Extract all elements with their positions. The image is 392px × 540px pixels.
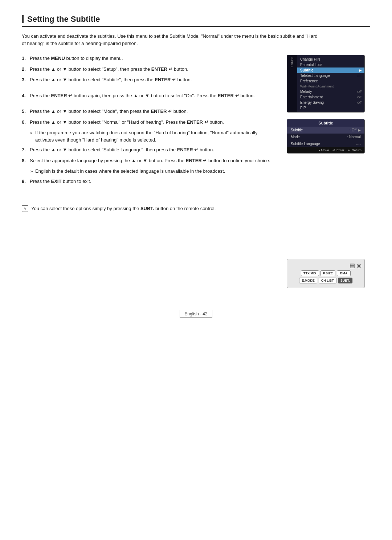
tv-mode-label: Mode: [291, 135, 300, 139]
remote-btn-subt: SUBT.: [338, 278, 352, 283]
step-5: 5. Press the ▲ or ▼ button to select "Mo…: [22, 108, 276, 115]
remote-buttons-row-1: TTX/MIX P.SIZE DMA: [290, 270, 362, 276]
tv-subtitle-language-value: ----: [356, 142, 361, 146]
step-6: 6. Press the ▲ or ▼ button to select "No…: [22, 119, 276, 126]
sub-note-2: English is the default in cases where th…: [30, 168, 276, 175]
remote-btn-psize: P.SIZE: [320, 270, 335, 276]
tv-menu-arrow: ▶: [359, 69, 362, 72]
page-title: Setting the Subtitle: [22, 15, 370, 27]
footer-enter: ↵ Enter: [332, 148, 344, 152]
tv-subtitle-row: Subtitle : Off ▶: [287, 127, 364, 134]
tv-menu-items: Change PIN Parental Lock Subtitle ▶ Tele…: [297, 55, 364, 112]
note-text: You can select these options simply by p…: [31, 205, 216, 212]
tv-subtitle-language-row: Subtitle Language ----: [287, 140, 364, 147]
tv-menu-teletext: Teletext Language ----: [297, 73, 364, 78]
remote-top: ▤ ◉: [290, 262, 362, 269]
tv-mode-row: Mode : Normal: [287, 134, 364, 140]
tv-menu-wall-mount: Wall-Mount Adjustment: [297, 84, 364, 89]
tv-menu-entertainment: Entertainment : Off: [297, 94, 364, 100]
tv-subtitle-language-label: Subtitle Language: [291, 142, 320, 146]
tv-menu-change-pin: Change PIN: [297, 57, 364, 62]
step-1: 1. Press the MENU button to display the …: [22, 55, 276, 62]
page-footer: English - 42: [22, 310, 370, 318]
remote-panel: ▤ ◉ TTX/MIX P.SIZE DMA E.MODE CH LIST SU…: [287, 259, 365, 288]
tv-menu-preference: Preference: [297, 78, 364, 84]
step-8: 8. Select the appropriate language by pr…: [22, 157, 276, 164]
step-9: 9. Press the EXIT button to exit.: [22, 178, 276, 185]
step-2: 2. Press the ▲ or ▼ button to select "Se…: [22, 66, 276, 73]
remote-icons: ▤ ◉: [350, 262, 362, 269]
remote-btn-chlist: CH LIST: [319, 278, 336, 283]
tv-subtitle-panel: Subtitle Subtitle : Off ▶ Mode : Normal …: [287, 119, 365, 154]
note-box: ✎ You can select these options simply by…: [22, 205, 276, 212]
footer-return: ↩ Return: [348, 148, 362, 152]
tv-subtitle-value: : Off ▶: [350, 128, 361, 132]
setup-icon: Setup: [290, 57, 294, 68]
remote-buttons-row-2: E.MODE CH LIST SUBT.: [290, 278, 362, 283]
tv-menu-screenshot: Setup Change PIN Parental Lock Subtitle …: [287, 55, 365, 112]
remote-icon-1: ▤: [350, 262, 355, 269]
tv-menu-melody: Melody : Off: [297, 89, 364, 94]
step-7: 7. Press the ▲ or ▼ button to select "Su…: [22, 146, 276, 154]
tv-mode-value: : Normal: [347, 135, 361, 139]
remote-icon-2: ◉: [356, 262, 362, 269]
tv-menu-sidebar: Setup Change PIN Parental Lock Subtitle …: [287, 55, 364, 112]
step-4: 4. Press the ENTER ↵ button again, then …: [22, 92, 276, 99]
footer-move: ⬥ Move: [318, 148, 329, 152]
remote-btn-ttxmix: TTX/MIX: [301, 270, 319, 276]
tv-menu-subtitle: Subtitle ▶: [297, 68, 364, 73]
footer-label: English - 42: [180, 310, 212, 318]
sub-note-1: If the programme you are watching does n…: [30, 129, 276, 143]
tv-menu-icons: Setup: [287, 55, 297, 112]
steps-1-3: 1. Press the MENU button to display the …: [22, 55, 276, 83]
instructions-panel: 1. Press the MENU button to display the …: [22, 55, 276, 288]
note-icon: ✎: [22, 205, 28, 212]
tv-panel-footer: ⬥ Move ↵ Enter ↩ Return: [287, 147, 364, 153]
right-panel: Setup Change PIN Parental Lock Subtitle …: [287, 55, 370, 288]
tv-menu-pip: PIP: [297, 105, 364, 111]
tv-menu-parental-lock: Parental Lock: [297, 62, 364, 68]
tv-subtitle-label: Subtitle: [291, 128, 303, 132]
tv-menu-teletext-val: ----: [357, 74, 362, 78]
intro-text: You can activate and deactivate the subt…: [22, 33, 319, 47]
step-3: 3. Press the ▲ or ▼ button to select "Su…: [22, 76, 276, 83]
remote-btn-emode: E.MODE: [299, 278, 317, 283]
tv-panel-title: Subtitle: [287, 119, 364, 127]
tv-menu-energy-saving: Energy Saving : Off: [297, 100, 364, 105]
remote-btn-dma: DMA: [337, 270, 351, 276]
